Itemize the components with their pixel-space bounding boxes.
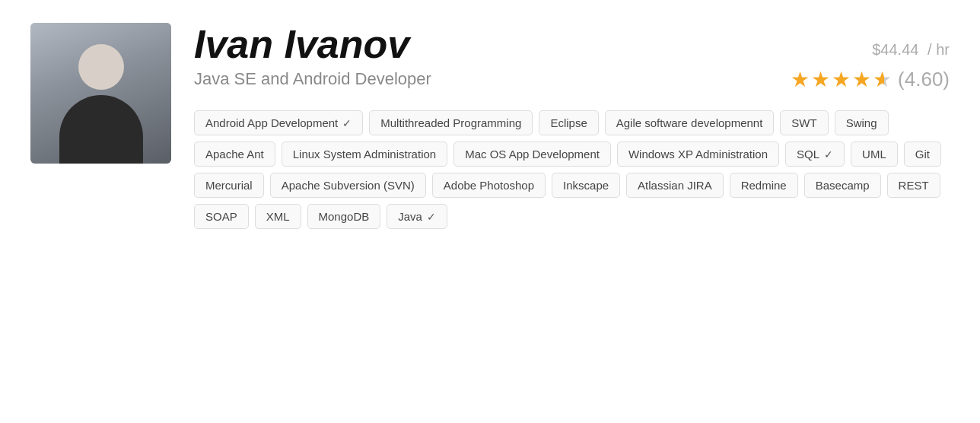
tag-label: UML [862, 148, 886, 161]
tag-label: Agile software developmennt [616, 116, 763, 129]
profile-subtitle: Java SE and Android Developer [194, 69, 431, 89]
price-rating: $44.44 / hr ★ ★ ★ ★ ★ (4.60) [791, 23, 950, 92]
tag-label: Swing [846, 116, 877, 129]
tag-item: Redmine [730, 173, 798, 198]
tag-check-icon: ✓ [824, 148, 833, 161]
tag-label: SOAP [205, 210, 237, 223]
tag-label: Java [398, 210, 422, 223]
tag-item: REST [887, 173, 940, 198]
tag-item: SOAP [194, 204, 249, 229]
tag-item: Mac OS App Development [453, 142, 611, 167]
tag-label: Adobe Photoshop [444, 179, 534, 192]
tag-label: Mac OS App Development [465, 148, 600, 161]
tag-item: Linux System Administration [282, 142, 447, 167]
tag-item: Apache Ant [194, 142, 275, 167]
name-subtitle: Ivan Ivanov Java SE and Android Develope… [194, 23, 431, 89]
tag-label: SWT [791, 116, 816, 129]
tag-item: Basecamp [804, 173, 881, 198]
tag-item: Apache Subversion (SVN) [270, 173, 426, 198]
tag-check-icon: ✓ [342, 117, 352, 129]
tag-label: SQL [797, 148, 819, 161]
tag-item: UML [851, 142, 898, 167]
star-3: ★ [832, 67, 851, 92]
star-1: ★ [791, 67, 810, 92]
avatar [30, 23, 171, 164]
tags-area: Android App Development✓Multithreaded Pr… [194, 110, 950, 229]
tag-label: Android App Development [205, 116, 338, 129]
avatar-image [30, 23, 171, 164]
tag-label: Mercurial [205, 179, 253, 192]
tag-label: Basecamp [816, 179, 870, 192]
tag-label: Redmine [741, 179, 787, 192]
tag-label: MongoDB [319, 210, 370, 223]
star-2: ★ [811, 67, 830, 92]
price-display: $44.44 / hr [872, 26, 950, 62]
tag-label: Linux System Administration [293, 148, 436, 161]
tag-label: REST [899, 179, 929, 192]
tag-item: Atlassian JIRA [626, 173, 724, 198]
star-5-half: ★ [873, 67, 892, 92]
tag-item: Android App Development✓ [194, 110, 363, 135]
tag-item: Agile software developmennt [605, 110, 775, 135]
tag-label: Windows XP Administration [628, 148, 768, 161]
tag-item: MongoDB [307, 204, 381, 229]
price-unit: / hr [928, 41, 950, 58]
tag-label: Inkscape [563, 179, 609, 192]
tag-item: XML [255, 204, 301, 229]
tag-label: XML [266, 210, 290, 223]
main-info: Ivan Ivanov Java SE and Android Develope… [194, 23, 950, 229]
rating-count: (4.60) [898, 68, 950, 91]
tag-label: Atlassian JIRA [638, 179, 712, 192]
tag-item: Adobe Photoshop [432, 173, 546, 198]
profile-card: Ivan Ivanov Java SE and Android Develope… [30, 23, 950, 229]
tag-item: Inkscape [552, 173, 620, 198]
stars-row: ★ ★ ★ ★ ★ (4.60) [791, 67, 950, 92]
top-row: Ivan Ivanov Java SE and Android Develope… [194, 23, 950, 92]
star-4: ★ [852, 67, 871, 92]
tag-label: Multithreaded Programming [380, 116, 521, 129]
tag-item: Git [904, 142, 941, 167]
price-value: $44.44 [872, 41, 918, 58]
tag-item: Mercurial [194, 173, 264, 198]
tag-label: Apache Ant [205, 148, 264, 161]
tag-item: Windows XP Administration [617, 142, 779, 167]
profile-name: Ivan Ivanov [194, 23, 431, 66]
tag-item: Swing [835, 110, 889, 135]
tag-label: Apache Subversion (SVN) [282, 179, 415, 192]
tag-item: Java✓ [387, 204, 447, 229]
tag-item: SWT [780, 110, 828, 135]
tag-item: Eclipse [539, 110, 598, 135]
tag-label: Git [915, 148, 930, 161]
tag-check-icon: ✓ [427, 211, 436, 223]
tag-item: Multithreaded Programming [369, 110, 533, 135]
tag-item: SQL✓ [785, 142, 845, 167]
tag-label: Eclipse [550, 116, 587, 129]
